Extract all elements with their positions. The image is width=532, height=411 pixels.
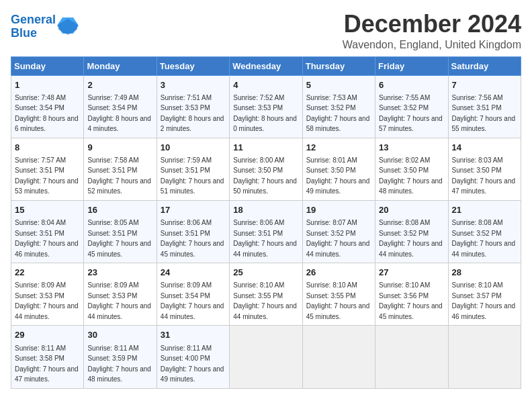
day-info: Sunrise: 7:57 AMSunset: 3:51 PMDaylight:… xyxy=(15,156,79,195)
day-info: Sunrise: 8:03 AMSunset: 3:50 PMDaylight:… xyxy=(452,156,516,195)
calendar-cell: 3Sunrise: 7:51 AMSunset: 3:53 PMDaylight… xyxy=(157,75,229,138)
calendar-cell: 10Sunrise: 7:59 AMSunset: 3:51 PMDayligh… xyxy=(157,138,229,200)
day-info: Sunrise: 8:04 AMSunset: 3:51 PMDaylight:… xyxy=(15,219,79,258)
day-number: 20 xyxy=(379,204,444,216)
calendar-week-row-4: 22Sunrise: 8:09 AMSunset: 3:53 PMDayligh… xyxy=(11,263,521,326)
calendar-cell: 20Sunrise: 8:08 AMSunset: 3:52 PMDayligh… xyxy=(375,200,448,263)
day-info: Sunrise: 8:05 AMSunset: 3:51 PMDaylight:… xyxy=(87,219,151,258)
calendar-cell: 8Sunrise: 7:57 AMSunset: 3:51 PMDaylight… xyxy=(11,138,84,200)
day-info: Sunrise: 8:10 AMSunset: 3:55 PMDaylight:… xyxy=(233,281,297,320)
calendar-cell xyxy=(302,326,375,388)
calendar-subtitle: Wavendon, England, United Kingdom xyxy=(343,39,521,51)
calendar-week-row-2: 8Sunrise: 7:57 AMSunset: 3:51 PMDaylight… xyxy=(11,138,521,200)
weekday-header-monday: Monday xyxy=(84,56,157,75)
day-number: 22 xyxy=(15,267,80,279)
calendar-cell: 31Sunrise: 8:11 AMSunset: 4:00 PMDayligh… xyxy=(157,326,229,388)
calendar-cell: 13Sunrise: 8:02 AMSunset: 3:50 PMDayligh… xyxy=(375,138,448,200)
day-number: 17 xyxy=(161,204,226,216)
title-area: December 2024 Wavendon, England, United … xyxy=(343,11,521,51)
calendar-cell: 21Sunrise: 8:08 AMSunset: 3:52 PMDayligh… xyxy=(448,200,521,263)
day-number: 26 xyxy=(306,267,371,279)
day-number: 9 xyxy=(87,142,152,154)
weekday-header-row: SundayMondayTuesdayWednesdayThursdayFrid… xyxy=(11,56,521,75)
day-info: Sunrise: 8:10 AMSunset: 3:57 PMDaylight:… xyxy=(452,281,516,320)
calendar-table: SundayMondayTuesdayWednesdayThursdayFrid… xyxy=(11,56,521,389)
weekday-header-thursday: Thursday xyxy=(302,56,375,75)
day-info: Sunrise: 7:52 AMSunset: 3:53 PMDaylight:… xyxy=(233,94,297,133)
calendar-cell: 11Sunrise: 8:00 AMSunset: 3:50 PMDayligh… xyxy=(230,138,302,200)
calendar-cell: 9Sunrise: 7:58 AMSunset: 3:51 PMDaylight… xyxy=(84,138,157,200)
logo: General Blue xyxy=(11,13,79,40)
day-info: Sunrise: 8:06 AMSunset: 3:51 PMDaylight:… xyxy=(161,219,224,258)
day-number: 18 xyxy=(233,204,298,216)
logo-line2: Blue xyxy=(11,26,37,40)
day-number: 11 xyxy=(233,142,298,154)
calendar-week-row-3: 15Sunrise: 8:04 AMSunset: 3:51 PMDayligh… xyxy=(11,200,521,263)
calendar-cell: 23Sunrise: 8:09 AMSunset: 3:53 PMDayligh… xyxy=(84,263,157,326)
header: General Blue December 2024 Wavendon, Eng… xyxy=(11,11,521,51)
day-number: 4 xyxy=(233,79,298,91)
day-number: 23 xyxy=(87,267,152,279)
calendar-cell xyxy=(230,326,302,388)
day-info: Sunrise: 8:07 AMSunset: 3:52 PMDaylight:… xyxy=(306,219,370,258)
calendar-cell: 6Sunrise: 7:55 AMSunset: 3:52 PMDaylight… xyxy=(375,75,448,138)
day-info: Sunrise: 8:09 AMSunset: 3:53 PMDaylight:… xyxy=(15,281,79,320)
calendar-cell: 16Sunrise: 8:05 AMSunset: 3:51 PMDayligh… xyxy=(84,200,157,263)
day-info: Sunrise: 7:58 AMSunset: 3:51 PMDaylight:… xyxy=(87,156,151,195)
day-number: 16 xyxy=(87,204,152,216)
calendar-cell: 18Sunrise: 8:06 AMSunset: 3:51 PMDayligh… xyxy=(230,200,302,263)
day-info: Sunrise: 8:11 AMSunset: 3:58 PMDaylight:… xyxy=(15,345,79,383)
day-info: Sunrise: 8:09 AMSunset: 3:53 PMDaylight:… xyxy=(87,281,151,320)
day-number: 21 xyxy=(452,204,517,216)
day-number: 28 xyxy=(452,267,517,279)
day-info: Sunrise: 8:08 AMSunset: 3:52 PMDaylight:… xyxy=(379,219,443,258)
day-number: 8 xyxy=(15,142,80,154)
day-number: 29 xyxy=(15,329,80,341)
calendar-cell: 29Sunrise: 8:11 AMSunset: 3:58 PMDayligh… xyxy=(11,326,84,388)
day-info: Sunrise: 7:59 AMSunset: 3:51 PMDaylight:… xyxy=(161,156,224,195)
day-info: Sunrise: 8:06 AMSunset: 3:51 PMDaylight:… xyxy=(233,219,297,258)
calendar-cell: 24Sunrise: 8:09 AMSunset: 3:54 PMDayligh… xyxy=(157,263,229,326)
calendar-cell: 25Sunrise: 8:10 AMSunset: 3:55 PMDayligh… xyxy=(230,263,302,326)
calendar-cell: 7Sunrise: 7:56 AMSunset: 3:51 PMDaylight… xyxy=(448,75,521,138)
day-number: 27 xyxy=(379,267,444,279)
day-info: Sunrise: 8:01 AMSunset: 3:50 PMDaylight:… xyxy=(306,156,370,195)
day-number: 15 xyxy=(15,204,80,216)
calendar-cell xyxy=(448,326,521,388)
day-number: 12 xyxy=(306,142,371,154)
calendar-cell: 15Sunrise: 8:04 AMSunset: 3:51 PMDayligh… xyxy=(11,200,84,263)
calendar-cell: 30Sunrise: 8:11 AMSunset: 3:59 PMDayligh… xyxy=(84,326,157,388)
calendar-cell: 28Sunrise: 8:10 AMSunset: 3:57 PMDayligh… xyxy=(448,263,521,326)
logo-text: General Blue xyxy=(11,13,56,40)
calendar-cell: 12Sunrise: 8:01 AMSunset: 3:50 PMDayligh… xyxy=(302,138,375,200)
calendar-week-row-1: 1Sunrise: 7:48 AMSunset: 3:54 PMDaylight… xyxy=(11,75,521,138)
day-info: Sunrise: 7:55 AMSunset: 3:52 PMDaylight:… xyxy=(379,94,443,133)
day-number: 1 xyxy=(15,79,80,91)
day-number: 30 xyxy=(87,329,152,341)
calendar-cell: 5Sunrise: 7:53 AMSunset: 3:52 PMDaylight… xyxy=(302,75,375,138)
calendar-cell: 27Sunrise: 8:10 AMSunset: 3:56 PMDayligh… xyxy=(375,263,448,326)
weekday-header-wednesday: Wednesday xyxy=(230,56,302,75)
day-info: Sunrise: 8:02 AMSunset: 3:50 PMDaylight:… xyxy=(379,156,443,195)
day-number: 2 xyxy=(87,79,152,91)
calendar-cell: 19Sunrise: 8:07 AMSunset: 3:52 PMDayligh… xyxy=(302,200,375,263)
day-info: Sunrise: 8:11 AMSunset: 4:00 PMDaylight:… xyxy=(161,345,224,383)
calendar-cell xyxy=(375,326,448,388)
calendar-week-row-5: 29Sunrise: 8:11 AMSunset: 3:58 PMDayligh… xyxy=(11,326,521,388)
calendar-title: December 2024 xyxy=(343,11,521,38)
day-number: 5 xyxy=(306,79,371,91)
calendar-cell: 14Sunrise: 8:03 AMSunset: 3:50 PMDayligh… xyxy=(448,138,521,200)
calendar-cell: 26Sunrise: 8:10 AMSunset: 3:55 PMDayligh… xyxy=(302,263,375,326)
day-number: 3 xyxy=(161,79,226,91)
day-info: Sunrise: 8:10 AMSunset: 3:56 PMDaylight:… xyxy=(379,281,443,320)
day-number: 13 xyxy=(379,142,444,154)
day-info: Sunrise: 7:48 AMSunset: 3:54 PMDaylight:… xyxy=(15,94,79,133)
day-info: Sunrise: 7:53 AMSunset: 3:52 PMDaylight:… xyxy=(306,94,370,133)
day-number: 19 xyxy=(306,204,371,216)
calendar-cell: 22Sunrise: 8:09 AMSunset: 3:53 PMDayligh… xyxy=(11,263,84,326)
weekday-header-sunday: Sunday xyxy=(11,56,84,75)
day-info: Sunrise: 7:56 AMSunset: 3:51 PMDaylight:… xyxy=(452,94,516,133)
day-number: 6 xyxy=(379,79,444,91)
day-number: 14 xyxy=(452,142,517,154)
day-info: Sunrise: 7:49 AMSunset: 3:54 PMDaylight:… xyxy=(87,94,151,133)
